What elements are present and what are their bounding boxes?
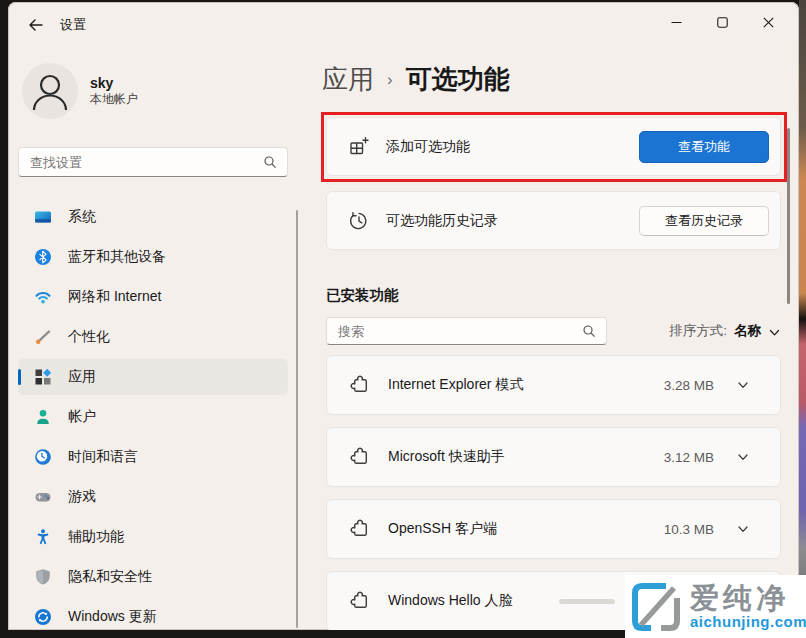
settings-search-box[interactable]: [18, 147, 288, 177]
sidebar-item-label: 隐私和安全性: [68, 568, 152, 586]
sidebar-item-accounts[interactable]: 帐户: [18, 399, 288, 435]
back-button[interactable]: [20, 12, 52, 38]
minimize-icon: [671, 17, 682, 28]
sidebar-item-time-language[interactable]: 时间和语言: [18, 439, 288, 475]
sidebar-item-label: 帐户: [68, 408, 96, 426]
sidebar-item-gaming[interactable]: 游戏: [18, 479, 288, 515]
sort-dropdown[interactable]: 排序方式: 名称: [669, 317, 781, 345]
sidebar-item-label: Windows 更新: [68, 608, 157, 626]
feature-name: Windows Hello 人脸: [388, 592, 512, 610]
add-feature-icon: [348, 136, 370, 158]
puzzle-icon: [349, 590, 371, 612]
puzzle-icon: [349, 374, 371, 396]
loading-placeholder: [559, 599, 615, 604]
sidebar-item-label: 时间和语言: [68, 448, 138, 466]
sidebar-scrollbar[interactable]: [296, 210, 298, 628]
feature-row-internet-explorer-mode[interactable]: Internet Explorer 模式 3.28 MB: [326, 355, 781, 415]
privacy-icon: [34, 568, 52, 586]
feature-size: 10.3 MB: [664, 522, 714, 537]
chevron-down-icon[interactable]: [736, 450, 750, 464]
user-account-type: 本地帐户: [90, 92, 138, 107]
user-name: sky: [90, 75, 138, 92]
feature-search-box[interactable]: [326, 317, 607, 345]
titlebar: 设置: [8, 2, 799, 48]
system-icon: [34, 208, 52, 226]
puzzle-icon: [349, 446, 371, 468]
sidebar-item-label: 个性化: [68, 328, 110, 346]
accessibility-icon: [34, 528, 52, 546]
history-label: 可选功能历史记录: [386, 212, 498, 230]
settings-search-input[interactable]: [19, 155, 263, 170]
content-scrollbar[interactable]: [787, 128, 790, 304]
window-controls: [653, 2, 791, 42]
feature-search-input[interactable]: [327, 324, 582, 339]
watermark-text: 爱纯净 aichunjing.com: [690, 583, 806, 631]
close-button[interactable]: [745, 2, 791, 42]
installed-features-heading: 已安装功能: [326, 286, 399, 305]
watermark-domain: aichunjing.com: [690, 613, 806, 631]
sort-value: 名称: [734, 322, 761, 340]
bluetooth-icon: [34, 248, 52, 266]
maximize-icon: [717, 17, 728, 28]
close-icon: [763, 17, 774, 28]
maximize-button[interactable]: [699, 2, 745, 42]
sidebar-nav: 系统 蓝牙和其他设备 网络和 Internet 个性化: [18, 199, 288, 630]
history-icon: [348, 210, 370, 232]
breadcrumb-parent[interactable]: 应用: [322, 62, 374, 97]
app-title: 设置: [60, 16, 86, 34]
feature-name: Internet Explorer 模式: [388, 376, 523, 394]
puzzle-icon: [349, 518, 371, 540]
user-account-button[interactable]: sky 本地帐户: [22, 62, 292, 120]
search-icon: [263, 155, 277, 169]
settings-window: 设置 sky 本地帐户: [8, 2, 799, 630]
chevron-down-icon[interactable]: [736, 522, 750, 536]
sidebar-item-label: 蓝牙和其他设备: [68, 248, 166, 266]
view-features-button[interactable]: 查看功能: [639, 131, 769, 163]
sidebar-item-label: 系统: [68, 208, 96, 226]
chevron-down-icon: [768, 326, 781, 339]
apps-icon: [34, 368, 52, 386]
minimize-button[interactable]: [653, 2, 699, 42]
avatar: [22, 63, 78, 119]
aichunjing-logo-icon: [630, 581, 682, 633]
sidebar-item-accessibility[interactable]: 辅助功能: [18, 519, 288, 555]
sidebar-item-privacy[interactable]: 隐私和安全性: [18, 559, 288, 595]
person-icon: [22, 63, 78, 119]
feature-name: OpenSSH 客户端: [388, 520, 497, 538]
optional-feature-history-card: 可选功能历史记录 查看历史记录: [326, 191, 781, 250]
sidebar-item-apps[interactable]: 应用: [18, 359, 288, 395]
back-arrow-icon: [28, 17, 44, 33]
feature-size: 3.12 MB: [664, 450, 714, 465]
user-info: sky 本地帐户: [90, 75, 138, 107]
windows-update-icon: [34, 608, 52, 626]
accounts-icon: [34, 408, 52, 426]
sidebar-item-personalization[interactable]: 个性化: [18, 319, 288, 355]
sidebar-item-bluetooth[interactable]: 蓝牙和其他设备: [18, 239, 288, 275]
sidebar-item-label: 网络和 Internet: [68, 288, 161, 306]
watermark-title: 爱纯净: [690, 583, 806, 613]
chevron-down-icon[interactable]: [736, 378, 750, 392]
feature-name: Microsoft 快速助手: [388, 448, 505, 466]
network-icon: [34, 288, 52, 306]
sidebar-item-network[interactable]: 网络和 Internet: [18, 279, 288, 315]
sidebar-item-system[interactable]: 系统: [18, 199, 288, 235]
feature-row-openssh-client[interactable]: OpenSSH 客户端 10.3 MB: [326, 499, 781, 559]
desktop-wallpaper-edge: [799, 0, 806, 638]
time-language-icon: [34, 448, 52, 466]
add-optional-feature-card: 添加可选功能 查看功能: [326, 117, 781, 176]
sidebar-item-windows-update[interactable]: Windows 更新: [18, 599, 288, 630]
sort-label: 排序方式:: [669, 322, 727, 340]
main-content: 应用 › 可选功能 添加可选功能 查看功能 可选功能历史记录 查看历史记录 已安…: [308, 48, 799, 630]
sidebar-item-label: 游戏: [68, 488, 96, 506]
feature-size: 3.28 MB: [664, 378, 714, 393]
view-history-button[interactable]: 查看历史记录: [639, 206, 769, 236]
sidebar-item-label: 应用: [68, 368, 96, 386]
breadcrumb-separator-icon: ›: [387, 70, 393, 90]
personalization-icon: [34, 328, 52, 346]
sidebar-item-label: 辅助功能: [68, 528, 124, 546]
add-feature-label: 添加可选功能: [386, 138, 470, 156]
sidebar: sky 本地帐户 系统 蓝牙和其他设备: [8, 48, 308, 630]
feature-row-quick-assist[interactable]: Microsoft 快速助手 3.12 MB: [326, 427, 781, 487]
page-title: 可选功能: [406, 62, 510, 97]
breadcrumb: 应用 › 可选功能: [322, 62, 510, 97]
